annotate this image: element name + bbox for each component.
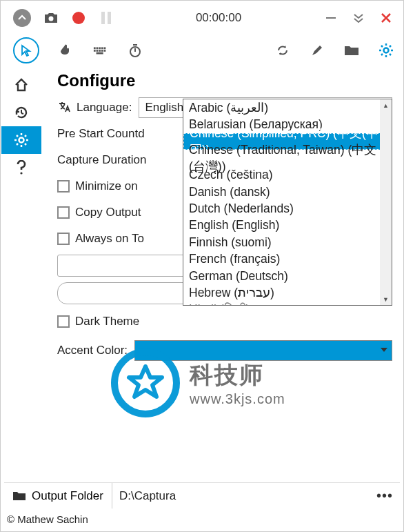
language-label: Language: [77, 101, 132, 115]
language-option[interactable]: Dutch (Nederlands) [183, 200, 392, 217]
svg-line-34 [25, 144, 26, 145]
record-button[interactable] [71, 10, 86, 26]
collapse-button[interactable] [13, 9, 31, 27]
keyboard-button[interactable] [93, 43, 108, 58]
prestart-label: Pre Start Countd [57, 127, 145, 141]
copy-output-checkbox[interactable] [57, 206, 70, 219]
chevron-down-icon [381, 348, 387, 352]
svg-line-24 [390, 46, 391, 47]
svg-line-35 [25, 135, 26, 137]
nav-home[interactable] [1, 71, 41, 99]
nav-configure[interactable] [1, 126, 41, 154]
title-bar: 00:00:00 [1, 1, 403, 35]
minimize-label: Minimize on [75, 179, 138, 193]
screenshot-button[interactable] [43, 10, 59, 26]
svg-rect-13 [97, 52, 103, 55]
language-dropdown: Arabic (العربية)Belarusian (Беларуская)C… [183, 99, 392, 306]
timer-button[interactable] [128, 43, 143, 58]
svg-point-28 [19, 138, 24, 143]
language-option[interactable]: French (français) [183, 251, 392, 268]
language-option[interactable]: Finnish (suomi) [183, 234, 392, 250]
svg-line-33 [17, 135, 18, 137]
svg-point-37 [20, 172, 22, 174]
hand-cursor-button[interactable] [59, 43, 74, 58]
always-on-top-checkbox[interactable] [57, 233, 70, 245]
svg-rect-8 [94, 50, 96, 52]
svg-rect-12 [104, 50, 106, 52]
language-option[interactable]: Chinese (Traditional, Taiwan) (中文(台灣)) [183, 150, 392, 166]
capture-duration-label: Capture Duration [57, 153, 146, 167]
svg-rect-6 [101, 47, 103, 49]
footer-bar: Output Folder D:\Captura ••• [4, 482, 400, 509]
scroll-down-arrow[interactable]: ▼ [380, 293, 392, 305]
timer-text: 00:00:00 [114, 11, 323, 25]
cursor-mode-button[interactable] [13, 37, 39, 63]
svg-point-17 [384, 48, 389, 53]
svg-rect-4 [97, 47, 99, 49]
sync-button[interactable] [275, 43, 290, 58]
svg-point-0 [49, 17, 54, 21]
translate-icon [57, 100, 72, 115]
svg-line-27 [21, 113, 23, 114]
nav-help[interactable] [1, 154, 41, 181]
svg-rect-9 [97, 50, 99, 52]
copyright-text: © Mathew Sachin [7, 510, 400, 528]
minimize-window-button[interactable] [323, 10, 339, 26]
svg-rect-10 [99, 50, 101, 52]
side-nav [1, 66, 42, 531]
copy-output-label: Copy Output [75, 206, 141, 219]
svg-line-25 [381, 54, 383, 55]
main-area: Configure Language: English (English) Pr… [1, 66, 403, 531]
always-on-top-label: Always on To [75, 232, 144, 246]
watermark-text-2: www.3kjs.com [190, 391, 285, 407]
dark-theme-label: Dark Theme [75, 315, 139, 328]
svg-line-36 [17, 144, 18, 145]
svg-rect-11 [101, 50, 103, 52]
tool-row [1, 35, 403, 66]
watermark: 科技师 www.3kjs.com [111, 348, 285, 417]
page-heading: Configure [57, 71, 392, 90]
svg-line-23 [390, 54, 391, 55]
language-option[interactable]: English (English) [183, 217, 392, 234]
configure-panel: Configure Language: English (English) Pr… [42, 66, 403, 531]
more-button[interactable]: ••• [370, 488, 400, 504]
language-option[interactable]: Arabic (العربية) [183, 99, 392, 116]
close-window-button[interactable] [378, 10, 394, 26]
settings-gear-button[interactable] [378, 43, 394, 58]
watermark-text-1: 科技师 [190, 359, 285, 391]
language-option[interactable]: Hindi (हिन्दी) [183, 302, 392, 305]
scroll-up-arrow[interactable]: ▲ [380, 99, 392, 111]
output-folder-label: Output Folder [32, 489, 103, 503]
pause-button[interactable] [99, 10, 114, 26]
svg-rect-5 [99, 47, 101, 49]
chevrons-down-icon[interactable] [351, 10, 366, 26]
folder-icon [12, 491, 26, 502]
minimize-checkbox[interactable] [57, 180, 70, 193]
output-path[interactable]: D:\Captura [112, 489, 370, 503]
language-option[interactable]: Danish (dansk) [183, 184, 392, 200]
svg-rect-3 [94, 47, 96, 49]
folder-button[interactable] [344, 43, 359, 58]
dropdown-scrollbar[interactable]: ▲ ▼ [380, 99, 392, 305]
brush-button[interactable] [310, 43, 325, 58]
language-option[interactable]: Hebrew (עברית) [183, 284, 392, 301]
dark-theme-checkbox[interactable] [57, 315, 70, 328]
svg-rect-7 [104, 47, 106, 49]
language-option[interactable]: German (Deutsch) [183, 268, 392, 284]
watermark-logo [111, 348, 180, 417]
nav-history[interactable] [1, 99, 41, 126]
output-folder-tab[interactable]: Output Folder [4, 483, 112, 509]
svg-line-22 [381, 46, 383, 47]
